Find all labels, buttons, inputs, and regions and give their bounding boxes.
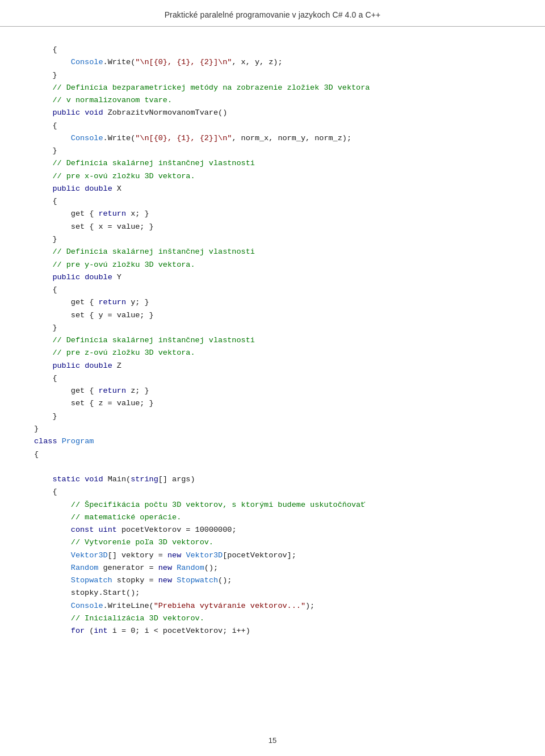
code-line-23: } (34, 322, 511, 334)
page-footer: 15 (0, 736, 545, 745)
code-line-32: class Program (34, 435, 511, 448)
code-line-13: { (34, 195, 511, 208)
code-line-16: } (34, 233, 511, 246)
code-line-41: Vektor3D[] vektory = new Vektor3D[pocetV… (34, 549, 511, 562)
code-line-28: get { return z; } (34, 385, 511, 397)
code-line-15: set { x = value; } (34, 221, 511, 233)
code-line-40: // Vytvorenie poľa 3D vektorov. (34, 536, 511, 549)
code-line-2: Console.Write("\n[{0}, {1}, {2}]\n", x, … (34, 56, 511, 69)
code-line-45: Console.WriteLine("Prebieha vytváranie v… (34, 600, 511, 612)
code-line-47: for (int i = 0; i < pocetVektorov; i++) (34, 625, 511, 637)
code-line-20: { (34, 284, 511, 296)
code-line-44: stopky.Start(); (34, 587, 511, 599)
code-line-5: // v normalizovanom tvare. (34, 94, 511, 107)
code-line-27: { (34, 372, 511, 385)
code-line-46: // Inicializácia 3D vektorov. (34, 612, 511, 625)
code-line-36: { (34, 486, 511, 498)
code-line-4: // Definícia bezparametrickej metódy na … (34, 82, 511, 94)
code-line-42: Random generator = new Random(); (34, 562, 511, 574)
code-line-26: public double Z (34, 360, 511, 372)
code-line-33: { (34, 448, 511, 461)
code-line-14: get { return x; } (34, 208, 511, 220)
code-line-29: set { z = value; } (34, 397, 511, 410)
code-line-9: } (34, 145, 511, 157)
code-line-19: public double Y (34, 271, 511, 284)
code-line-6: public void ZobrazitvNormovanomTvare() (34, 107, 511, 119)
code-line-31: } (34, 423, 511, 435)
code-line-24: // Definícia skalárnej inštančnej vlastn… (34, 334, 511, 347)
code-line-39: const uint pocetVektorov = 10000000; (34, 524, 511, 536)
code-line-18: // pre y-ovú zložku 3D vektora. (34, 259, 511, 271)
code-line-1: { (34, 44, 511, 56)
code-line-8: Console.Write("\n[{0}, {1}, {2}]\n", nor… (34, 132, 511, 145)
code-line-3: } (34, 69, 511, 82)
code-line-21: get { return y; } (34, 296, 511, 309)
code-line-22: set { y = value; } (34, 309, 511, 322)
code-line-30: } (34, 410, 511, 423)
code-line-7: { (34, 120, 511, 132)
code-line-38: // matematické operácie. (34, 511, 511, 524)
code-line-25: // pre z-ovú zložku 3D vektora. (34, 347, 511, 359)
page-header: Praktické paralelné programovanie v jazy… (0, 0, 545, 27)
code-line-11: // pre x-ovú zložku 3D vektora. (34, 170, 511, 183)
code-line-43: Stopwatch stopky = new Stopwatch(); (34, 574, 511, 587)
code-line-35: static void Main(string[] args) (34, 473, 511, 486)
code-line-10: // Definícia skalárnej inštančnej vlastn… (34, 157, 511, 170)
code-area: { Console.Write("\n[{0}, {1}, {2}]\n", x… (0, 27, 545, 671)
code-line-34 (34, 461, 511, 473)
code-line-17: // Definícia skalárnej inštančnej vlastn… (34, 246, 511, 258)
code-line-12: public double X (34, 183, 511, 195)
code-line-37: // Špecifikácia počtu 3D vektorov, s kto… (34, 499, 511, 511)
